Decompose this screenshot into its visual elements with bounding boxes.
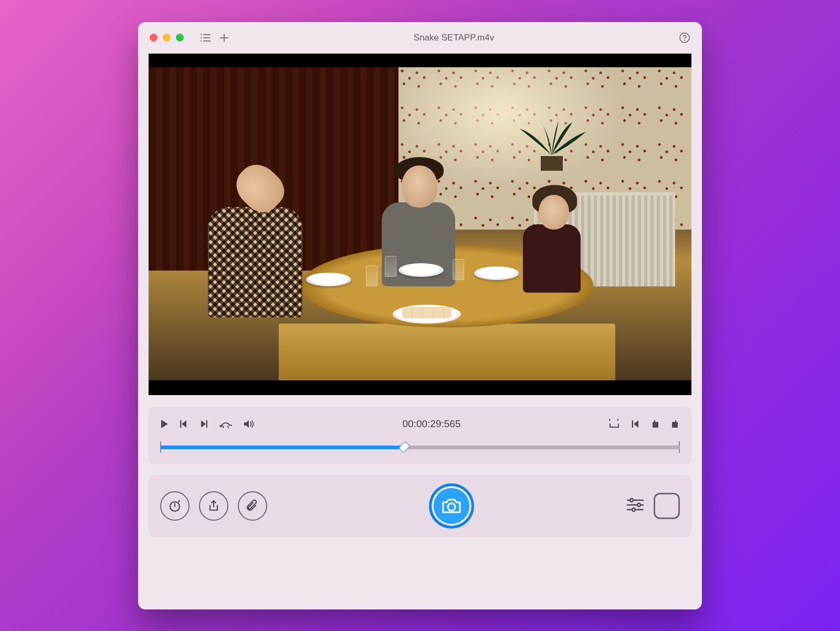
adjust-button[interactable] [626, 498, 644, 514]
window-title: Snake SETAPP.m4v [229, 33, 679, 43]
playlist-icon[interactable] [200, 33, 211, 43]
step-forward-button[interactable] [199, 419, 208, 429]
mark-in-button[interactable] [631, 419, 640, 429]
video-frame[interactable] [149, 54, 691, 395]
close-window-button[interactable] [150, 34, 158, 42]
minimize-window-button[interactable] [163, 34, 171, 42]
step-back-button[interactable] [179, 419, 188, 429]
svg-rect-10 [180, 420, 181, 428]
svg-rect-13 [632, 420, 633, 428]
loop-range-button[interactable] [608, 419, 620, 429]
share-button[interactable] [199, 491, 228, 521]
zoom-window-button[interactable] [176, 34, 184, 42]
add-icon[interactable] [219, 33, 229, 43]
svg-point-2 [201, 40, 202, 41]
app-window: Snake SETAPP.m4v [138, 22, 702, 609]
svg-rect-11 [206, 420, 207, 428]
svg-point-23 [632, 508, 635, 511]
capture-button[interactable] [429, 483, 474, 529]
volume-button[interactable] [243, 419, 255, 429]
play-button[interactable] [160, 419, 169, 429]
svg-point-1 [201, 37, 202, 38]
svg-point-17 [448, 503, 455, 511]
rotate-left-button[interactable] [650, 419, 660, 429]
attach-button[interactable] [238, 491, 267, 521]
slow-speed-button[interactable] [219, 419, 233, 429]
timeline-thumb[interactable] [399, 442, 410, 452]
timeline[interactable] [160, 441, 680, 454]
svg-point-22 [637, 503, 640, 506]
svg-rect-15 [672, 422, 678, 428]
mode-toggle-button[interactable] [654, 493, 680, 519]
svg-rect-14 [653, 422, 658, 428]
video-area [138, 54, 702, 395]
timeline-progress [160, 446, 404, 449]
traffic-lights [150, 34, 184, 42]
timecode-display: 00:00:29:565 [255, 418, 608, 430]
titlebar: Snake SETAPP.m4v [138, 22, 702, 54]
svg-point-9 [684, 40, 685, 41]
bottom-toolbar [149, 475, 691, 537]
svg-point-0 [201, 34, 202, 35]
rotate-right-button[interactable] [670, 419, 680, 429]
playback-panel: 00:00:29:565 [149, 407, 691, 464]
timer-button[interactable] [160, 491, 190, 521]
svg-point-21 [630, 499, 633, 502]
help-icon[interactable] [679, 32, 690, 44]
